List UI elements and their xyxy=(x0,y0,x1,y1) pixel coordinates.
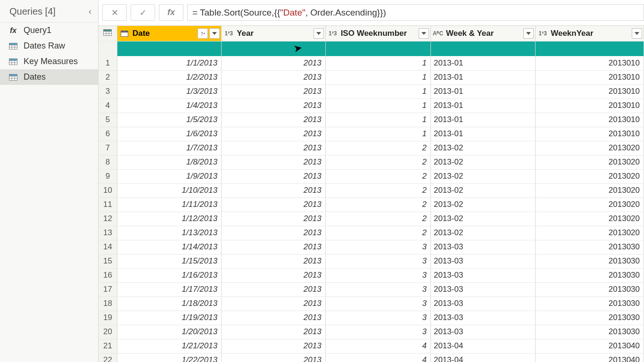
query-item-dates-raw[interactable]: Dates Raw xyxy=(0,38,98,54)
cell-week-and-year[interactable]: 2013-02 xyxy=(430,169,535,183)
cell-year[interactable]: 2013 xyxy=(222,155,326,169)
cell-iso-weeknumber[interactable]: 3 xyxy=(325,268,430,282)
sort-asc-indicator-icon[interactable]: ↑· xyxy=(198,28,208,39)
query-item-dates[interactable]: Dates xyxy=(0,69,98,85)
cell-year[interactable]: 2013 xyxy=(222,339,326,353)
cell-year[interactable]: 2013 xyxy=(222,197,326,212)
table-row[interactable]: 101/10/2013201322013-022013020 xyxy=(99,183,644,197)
cell-weeknyear[interactable]: 2013010 xyxy=(536,99,644,113)
cell-week-and-year[interactable]: 2013-02 xyxy=(430,212,535,226)
column-header-week-year[interactable]: AᴮCWeek & Year xyxy=(430,26,535,41)
cell-year[interactable]: 2013 xyxy=(222,212,326,226)
cell-date[interactable]: 1/17/2013 xyxy=(117,282,221,296)
cell-year[interactable]: 2013 xyxy=(222,353,326,362)
fx-button[interactable]: fx xyxy=(159,4,183,21)
cell-week-and-year[interactable]: 2013-02 xyxy=(430,226,535,240)
table-row[interactable]: 81/8/2013201322013-022013020 xyxy=(99,155,644,169)
cell-weeknyear[interactable]: 2013030 xyxy=(536,296,644,311)
cell-iso-weeknumber[interactable]: 1 xyxy=(325,56,430,70)
column-filter-button[interactable] xyxy=(314,28,324,39)
cell-iso-weeknumber[interactable]: 1 xyxy=(325,84,430,99)
cell-year[interactable]: 2013 xyxy=(222,113,326,127)
table-row[interactable]: 51/5/2013201312013-012013010 xyxy=(99,113,644,127)
table-row[interactable]: 151/15/2013201332013-032013030 xyxy=(99,254,644,268)
data-grid[interactable]: Date↑·1²3Year1²3ISO WeeknumberAᴮCWeek & … xyxy=(99,26,644,362)
cell-year[interactable]: 2013 xyxy=(222,99,326,113)
row-number[interactable]: 9 xyxy=(99,169,117,183)
cell-year[interactable]: 2013 xyxy=(222,240,326,254)
row-number[interactable]: 1 xyxy=(99,56,117,70)
cell-year[interactable]: 2013 xyxy=(222,127,326,141)
cell-date[interactable]: 1/10/2013 xyxy=(117,183,221,197)
cell-weeknyear[interactable]: 2013030 xyxy=(536,311,644,325)
cell-iso-weeknumber[interactable]: 2 xyxy=(325,141,430,155)
cancel-formula-button[interactable]: ✕ xyxy=(102,4,127,21)
column-filter-button[interactable] xyxy=(209,28,220,39)
cell-weeknyear[interactable]: 2013010 xyxy=(536,113,644,127)
cell-date[interactable]: 1/3/2013 xyxy=(117,84,221,99)
cell-week-and-year[interactable]: 2013-03 xyxy=(430,268,535,282)
cell-year[interactable]: 2013 xyxy=(222,183,326,197)
cell-iso-weeknumber[interactable]: 4 xyxy=(325,353,430,362)
column-filter-button[interactable] xyxy=(523,28,534,39)
cell-iso-weeknumber[interactable]: 3 xyxy=(325,311,430,325)
cell-iso-weeknumber[interactable]: 2 xyxy=(325,226,430,240)
cell-week-and-year[interactable]: 2013-01 xyxy=(430,84,535,99)
cell-week-and-year[interactable]: 2013-01 xyxy=(430,127,535,141)
table-row[interactable]: 201/20/2013201332013-032013030 xyxy=(99,325,644,339)
cell-year[interactable]: 2013 xyxy=(222,254,326,268)
cell-weeknyear[interactable]: 2013020 xyxy=(536,226,644,240)
table-row[interactable]: 31/3/2013201312013-012013010 xyxy=(99,84,644,99)
row-number[interactable]: 20 xyxy=(99,325,117,339)
cell-week-and-year[interactable]: 2013-03 xyxy=(430,296,535,311)
column-header-year[interactable]: 1²3Year xyxy=(222,26,326,41)
table-row[interactable]: 181/18/2013201332013-032013030 xyxy=(99,296,644,311)
row-number[interactable]: 17 xyxy=(99,282,117,296)
cell-date[interactable]: 1/21/2013 xyxy=(117,339,221,353)
cell-year[interactable]: 2013 xyxy=(222,268,326,282)
table-row[interactable]: 111/11/2013201322013-022013020 xyxy=(99,197,644,212)
cell-week-and-year[interactable]: 2013-01 xyxy=(430,113,535,127)
cell-week-and-year[interactable]: 2013-03 xyxy=(430,254,535,268)
cell-week-and-year[interactable]: 2013-02 xyxy=(430,197,535,212)
cell-year[interactable]: 2013 xyxy=(222,311,326,325)
formula-input[interactable]: = Table.Sort(Source,{{"Date", Order.Asce… xyxy=(187,4,644,21)
table-row[interactable]: 211/21/2013201342013-042013040 xyxy=(99,339,644,353)
cell-iso-weeknumber[interactable]: 2 xyxy=(325,155,430,169)
cell-week-and-year[interactable]: 2013-01 xyxy=(430,70,535,84)
cell-year[interactable]: 2013 xyxy=(222,141,326,155)
cell-weeknyear[interactable]: 2013030 xyxy=(536,325,644,339)
column-header-date[interactable]: Date↑· xyxy=(117,26,221,41)
cell-week-and-year[interactable]: 2013-03 xyxy=(430,325,535,339)
cell-weeknyear[interactable]: 2013030 xyxy=(536,282,644,296)
cell-week-and-year[interactable]: 2013-02 xyxy=(430,155,535,169)
table-row[interactable]: 71/7/2013201322013-022013020 xyxy=(99,141,644,155)
row-number[interactable]: 12 xyxy=(99,212,117,226)
column-header-iso-weeknumber[interactable]: 1²3ISO Weeknumber xyxy=(325,26,430,41)
collapse-panel-button[interactable]: ‹ xyxy=(87,5,93,18)
cell-weeknyear[interactable]: 2013040 xyxy=(536,339,644,353)
cell-weeknyear[interactable]: 2013030 xyxy=(536,240,644,254)
cell-date[interactable]: 1/4/2013 xyxy=(117,99,221,113)
table-row[interactable]: 21/2/2013201312013-012013010 xyxy=(99,70,644,84)
cell-weeknyear[interactable]: 2013010 xyxy=(536,70,644,84)
cell-week-and-year[interactable]: 2013-01 xyxy=(430,56,535,70)
cell-iso-weeknumber[interactable]: 3 xyxy=(325,254,430,268)
table-row[interactable]: 191/19/2013201332013-032013030 xyxy=(99,311,644,325)
cell-iso-weeknumber[interactable]: 1 xyxy=(325,70,430,84)
cell-week-and-year[interactable]: 2013-04 xyxy=(430,353,535,362)
cell-iso-weeknumber[interactable]: 1 xyxy=(325,99,430,113)
column-filter-button[interactable] xyxy=(632,28,642,39)
cell-weeknyear[interactable]: 2013010 xyxy=(536,56,644,70)
cell-iso-weeknumber[interactable]: 2 xyxy=(325,212,430,226)
cell-weeknyear[interactable]: 2013020 xyxy=(536,212,644,226)
cell-date[interactable]: 1/18/2013 xyxy=(117,296,221,311)
cell-year[interactable]: 2013 xyxy=(222,325,326,339)
cell-date[interactable]: 1/11/2013 xyxy=(117,197,221,212)
cell-iso-weeknumber[interactable]: 1 xyxy=(325,127,430,141)
cell-date[interactable]: 1/6/2013 xyxy=(117,127,221,141)
cell-weeknyear[interactable]: 2013010 xyxy=(536,127,644,141)
table-row[interactable]: 41/4/2013201312013-012013010 xyxy=(99,99,644,113)
cell-weeknyear[interactable]: 2013020 xyxy=(536,197,644,212)
cell-year[interactable]: 2013 xyxy=(222,282,326,296)
